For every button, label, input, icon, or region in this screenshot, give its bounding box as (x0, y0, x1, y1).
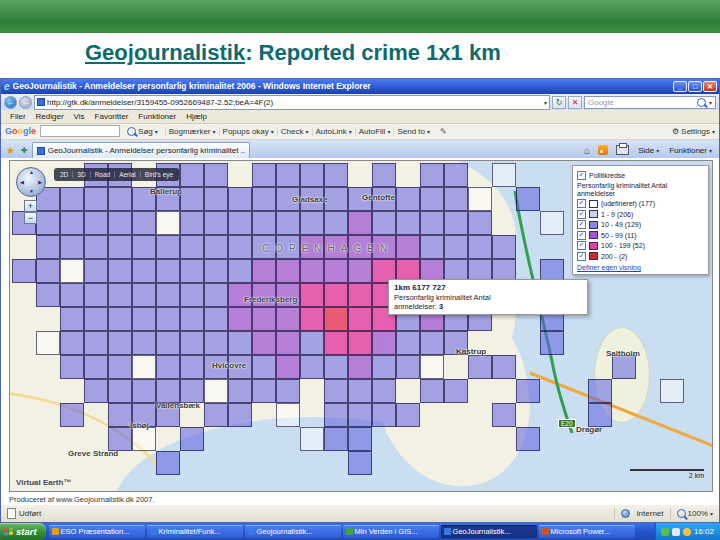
grid-cell[interactable] (444, 187, 468, 211)
ve-button-2d[interactable]: 2D (56, 171, 73, 178)
grid-cell[interactable] (132, 307, 156, 331)
grid-cell[interactable] (372, 355, 396, 379)
favorites-star-icon[interactable]: ★ (4, 142, 17, 158)
grid-cell[interactable] (204, 379, 228, 403)
edit-icon[interactable]: ✎ (437, 127, 450, 136)
grid-cell[interactable] (180, 211, 204, 235)
grid-cell[interactable] (228, 307, 252, 331)
tab-geojournalistik[interactable]: GeoJournalistik - Anmeldelser personfarl… (32, 142, 250, 158)
grid-cell[interactable] (84, 259, 108, 283)
grid-cell[interactable] (468, 187, 492, 211)
grid-cell[interactable] (444, 379, 468, 403)
grid-cell[interactable] (108, 331, 132, 355)
grid-cell[interactable] (348, 187, 372, 211)
grid-cell[interactable] (348, 331, 372, 355)
grid-cell[interactable] (36, 283, 60, 307)
grid-cell[interactable] (228, 403, 252, 427)
grid-cell[interactable] (324, 307, 348, 331)
grid-cell[interactable] (180, 427, 204, 451)
refresh-button[interactable]: ↻ (552, 96, 566, 109)
grid-cell[interactable] (588, 403, 612, 427)
pan-down-icon[interactable]: ▼ (29, 189, 34, 194)
grid-cell[interactable] (372, 403, 396, 427)
ve-button-bird-s-eye[interactable]: Bird's eye (141, 171, 177, 178)
grid-cell[interactable] (516, 187, 540, 211)
grid-cell[interactable] (252, 331, 276, 355)
gbar-item-bogm-rker[interactable]: Bogmærker▾ (165, 127, 219, 136)
grid-cell[interactable] (300, 355, 324, 379)
grid-cell[interactable] (324, 235, 348, 259)
grid-cell[interactable] (180, 355, 204, 379)
checkbox-icon[interactable]: ✓ (577, 171, 586, 180)
gbar-item-check[interactable]: Check▾ (277, 127, 312, 136)
pan-right-icon[interactable]: ▶ (38, 180, 42, 185)
grid-cell[interactable] (60, 283, 84, 307)
grid-cell[interactable] (540, 331, 564, 355)
grid-cell[interactable] (276, 211, 300, 235)
grid-cell[interactable] (84, 211, 108, 235)
pan-compass[interactable]: ▲ ▼ ◀ ▶ (16, 167, 46, 197)
grid-cell[interactable] (276, 355, 300, 379)
grid-cell[interactable] (492, 163, 516, 187)
map-canvas[interactable]: BallerupGladsaxeGentofteCOPENHAGENFreder… (9, 160, 713, 492)
grid-cell[interactable] (396, 187, 420, 211)
ve-button-road[interactable]: Road (91, 171, 116, 178)
ve-button-3d[interactable]: 3D (73, 171, 90, 178)
grid-cell[interactable] (252, 355, 276, 379)
grid-cell[interactable] (204, 211, 228, 235)
grid-cell[interactable] (444, 211, 468, 235)
grid-cell[interactable] (420, 211, 444, 235)
grid-cell[interactable] (84, 187, 108, 211)
tray-update-icon[interactable] (683, 528, 691, 536)
grid-cell[interactable] (84, 235, 108, 259)
checkbox-icon[interactable]: ✓ (577, 231, 586, 240)
menu-item-filer[interactable]: Filer (5, 112, 31, 121)
grid-cell[interactable] (372, 187, 396, 211)
grid-cell[interactable] (204, 283, 228, 307)
grid-cell[interactable] (132, 235, 156, 259)
grid-cell[interactable] (180, 379, 204, 403)
grid-cell[interactable] (372, 379, 396, 403)
grid-cell[interactable] (348, 355, 372, 379)
grid-cell[interactable] (108, 379, 132, 403)
grid-cell[interactable] (180, 235, 204, 259)
grid-cell[interactable] (204, 403, 228, 427)
grid-cell[interactable] (588, 379, 612, 403)
grid-cell[interactable] (84, 355, 108, 379)
grid-cell[interactable] (60, 211, 84, 235)
grid-cell[interactable] (276, 307, 300, 331)
grid-cell[interactable] (396, 211, 420, 235)
grid-cell[interactable] (420, 379, 444, 403)
grid-cell[interactable] (252, 163, 276, 187)
grid-cell[interactable] (276, 259, 300, 283)
grid-cell[interactable] (396, 331, 420, 355)
grid-cell[interactable] (324, 187, 348, 211)
grid-cell[interactable] (276, 331, 300, 355)
grid-cell[interactable] (60, 403, 84, 427)
add-favorite-icon[interactable]: ✚ (19, 142, 30, 158)
grid-cell[interactable] (276, 283, 300, 307)
grid-cell[interactable] (300, 427, 324, 451)
grid-cell[interactable] (84, 307, 108, 331)
start-button[interactable]: start (0, 523, 46, 540)
grid-cell[interactable] (204, 259, 228, 283)
grid-cell[interactable] (204, 187, 228, 211)
grid-cell[interactable] (228, 283, 252, 307)
grid-cell[interactable] (492, 403, 516, 427)
grid-cell[interactable] (156, 403, 180, 427)
grid-cell[interactable] (372, 331, 396, 355)
tray-speaker-icon[interactable] (672, 528, 680, 536)
grid-cell[interactable] (300, 307, 324, 331)
tray-shield-icon[interactable] (661, 528, 669, 536)
close-button[interactable]: ✕ (703, 81, 717, 92)
grid-cell[interactable] (324, 379, 348, 403)
forward-button[interactable]: → (19, 96, 32, 109)
grid-cell[interactable] (324, 427, 348, 451)
tools-menu-button[interactable]: Funktioner ▾ (665, 142, 716, 158)
zoom-in-button[interactable]: + (24, 200, 37, 212)
toolbar-settings-button[interactable]: ⚙ Settings ▾ (672, 127, 715, 136)
grid-cell[interactable] (348, 259, 372, 283)
grid-cell[interactable] (180, 283, 204, 307)
grid-cell[interactable] (228, 235, 252, 259)
grid-cell[interactable] (612, 355, 636, 379)
